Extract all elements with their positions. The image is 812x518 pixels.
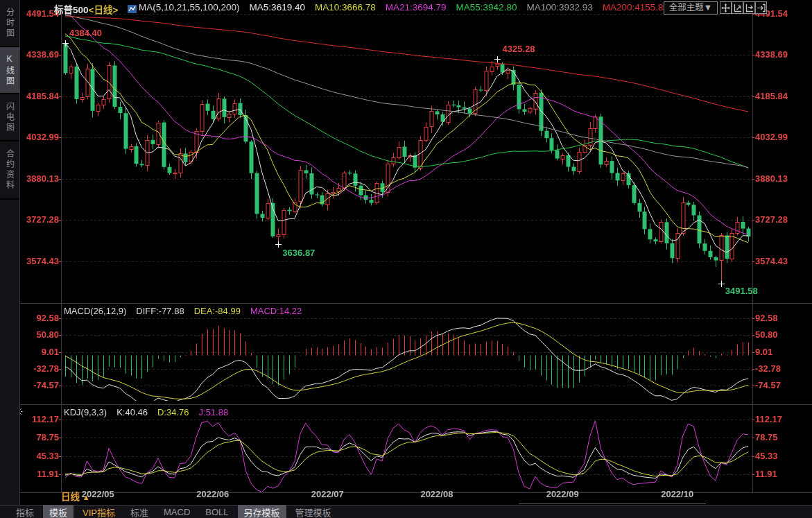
- y-tick-label: 3880.13: [21, 174, 59, 184]
- legend-item: MA100:3932.93: [526, 2, 592, 12]
- period-label[interactable]: 日线 ▲: [61, 489, 90, 503]
- legend-item: DIFF:-77.88: [136, 306, 184, 316]
- y-tick-label: 78.75: [755, 433, 804, 442]
- y-tick-label: 3880.13: [755, 174, 804, 184]
- bottom-tab[interactable]: VIP指标: [76, 505, 121, 518]
- period-tag: <日线>: [89, 5, 119, 15]
- price-annotation: 3491.58: [725, 286, 758, 296]
- y-tick-label: 9.01: [21, 347, 59, 357]
- sidebar-item[interactable]: 闪电图: [0, 94, 19, 141]
- y-tick-label: 3574.43: [21, 257, 59, 266]
- y-tick-label: 4032.99: [755, 132, 804, 142]
- sidebar-item[interactable]: 分时图: [0, 0, 19, 47]
- left-sidebar: 分时图K线图闪电图合约资料: [0, 0, 20, 518]
- y-tick-label: 4185.84: [755, 92, 804, 101]
- legend-item: MA10:3666.78: [315, 2, 376, 12]
- y-tick-label: 78.75: [21, 433, 59, 442]
- y-tick-label: 3727.28: [21, 215, 59, 225]
- kline-app-window: 标普500<日线> MA(5,10,21,55,100,200)MA5:3619…: [0, 0, 812, 518]
- kdj-legend: KDJ(9,3,3)K:40.46D:34.76J:51.88: [64, 407, 228, 417]
- y-tick-label: 4491.54: [21, 9, 59, 19]
- price-annotation: 4384.40: [69, 28, 102, 38]
- legend-item: K:40.46: [116, 407, 148, 417]
- legend-item: D:34.76: [157, 407, 189, 417]
- month-label: 2022/08: [413, 490, 461, 499]
- legend-item: KDJ(9,3,3): [64, 407, 107, 417]
- month-label: 2022/10: [653, 490, 702, 499]
- legend-item: J:51.88: [199, 407, 229, 417]
- y-tick-label: 11.91: [21, 469, 59, 479]
- scrollbar-thumb[interactable]: [519, 503, 706, 504]
- y-tick-label: 92.58: [21, 313, 59, 323]
- y-tick-label: -74.57: [21, 381, 59, 390]
- y-tick-label: 3727.28: [755, 215, 804, 225]
- legend-item: MA(5,10,21,55,100,200): [139, 2, 240, 12]
- main-legend: 标普500<日线>: [54, 2, 137, 16]
- bottom-tab[interactable]: 另存模板: [238, 505, 286, 518]
- legend-item: MACD:14.22: [250, 306, 302, 316]
- bottom-tab[interactable]: 指标: [10, 505, 40, 518]
- zoom-x-axis-icon[interactable]: [743, 1, 755, 14]
- month-label: 2022/07: [303, 490, 352, 499]
- legend-item: MA5:3619.40: [250, 2, 305, 12]
- y-tick-label: 11.91: [755, 469, 804, 479]
- y-tick-label: 50.80: [21, 330, 59, 340]
- bottom-tab[interactable]: MACD: [157, 506, 196, 518]
- month-label: 2022/06: [189, 490, 237, 499]
- legend-item: MA21:3694.79: [386, 2, 447, 12]
- macd-legend: MACD(26,12,9)DIFF:-77.88DEA:-84.99MACD:1…: [64, 306, 302, 316]
- month-label: 2022/09: [538, 490, 587, 499]
- crosshair-pan-icon[interactable]: [720, 1, 732, 14]
- y-tick-label: 4185.84: [21, 92, 59, 101]
- y-tick-label: 4338.69: [755, 50, 804, 60]
- sidebar-item[interactable]: 合约资料: [0, 141, 19, 200]
- legend-item: MA200:4155.82: [603, 2, 668, 12]
- chart-logo-icon: [128, 4, 137, 14]
- chevron-up-icon: ▲: [83, 493, 90, 501]
- bottom-tab[interactable]: 模板: [43, 505, 74, 518]
- y-tick-label: 3574.43: [755, 257, 804, 266]
- collapse-panel-icon[interactable]: [755, 1, 767, 14]
- y-tick-label: -74.57: [755, 381, 804, 390]
- y-tick-label: 45.33: [755, 451, 804, 461]
- bottom-tab[interactable]: 管理模板: [289, 505, 338, 518]
- y-tick-label: 45.33: [21, 451, 59, 461]
- bottom-tab[interactable]: BOLL: [199, 506, 234, 518]
- zoom-y-axis-icon[interactable]: [732, 1, 743, 14]
- bottom-tab-bar: 指标模板VIP指标标准MACDBOLL另存模板管理模板: [0, 505, 812, 518]
- y-tick-label: 4032.99: [21, 132, 59, 142]
- y-tick-label: 4338.69: [21, 50, 59, 60]
- theme-select-button[interactable]: 全部主题▼: [664, 1, 718, 15]
- y-tick-label: 112.17: [21, 415, 59, 424]
- legend-item: DEA:-84.99: [194, 306, 241, 316]
- chart-overlay: 标普500<日线> MA(5,10,21,55,100,200)MA5:3619…: [0, 0, 812, 518]
- price-annotation: 4325.28: [503, 44, 535, 54]
- price-annotation: 3636.87: [282, 248, 315, 258]
- y-tick-label: 50.80: [755, 330, 804, 340]
- y-tick-label: 9.01: [755, 347, 804, 357]
- legend-item: MACD(26,12,9): [64, 306, 126, 316]
- legend-item: MA55:3942.80: [456, 2, 517, 12]
- ma-legend: MA(5,10,21,55,100,200)MA5:3619.40MA10:36…: [139, 2, 668, 12]
- y-tick-label: 92.58: [755, 313, 804, 323]
- y-tick-label: -32.78: [755, 364, 804, 374]
- bottom-tab[interactable]: 标准: [124, 505, 155, 518]
- symbol-title: 标普500<日线>: [54, 2, 118, 16]
- y-tick-label: -32.78: [21, 364, 59, 374]
- y-tick-label: 112.17: [755, 415, 804, 424]
- sidebar-item[interactable]: K线图: [0, 47, 19, 94]
